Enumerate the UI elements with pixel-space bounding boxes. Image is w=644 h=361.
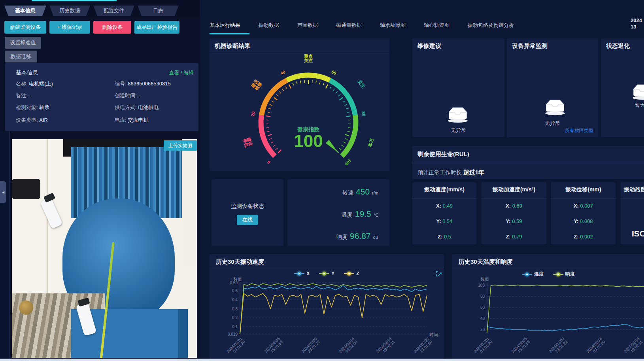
photo-wall-right (182, 139, 197, 266)
vib-row: X: 0.49 (412, 203, 476, 209)
all-fault-types-link[interactable]: 所有故障类型 (565, 127, 593, 134)
axis-label: Z: (438, 234, 442, 240)
device-status-label: 监测设备状态 (212, 203, 283, 210)
progress-bar (32, 0, 117, 1)
tab-config-file[interactable]: 配置文件 (93, 6, 134, 16)
delete-device-button[interactable]: 删除设备 (93, 21, 131, 34)
info-label: 检测对象: (16, 104, 38, 110)
svg-text:0.5: 0.5 (232, 289, 238, 293)
metric-loudness: 响度 96.87 dB (336, 231, 378, 241)
basic-info-card: 基本信息 查看 / 编辑 名称: 电机端(上) 编号: 863650066530… (5, 63, 198, 131)
info-value: AIR (39, 117, 48, 123)
axis-value: 0.59 (512, 218, 522, 224)
axis-value: 0.002 (580, 234, 593, 240)
tab-flux-data[interactable]: 磁通量数据 (336, 22, 362, 29)
device-status-card: 监测设备状态 在线 (212, 179, 283, 246)
vibration-history-chart-card: 历史30天振动速度 X Y Z 数值 时间 0.590.50.40.30.20.… (210, 254, 444, 359)
vibration-velocity-card: 振动速度(mm/s) X: 0.49 Y: 0.54 Z: 0.5 (412, 182, 476, 244)
new-device-button[interactable]: 新建监测设备 (4, 21, 46, 34)
info-row: 创建时间: - (115, 92, 198, 99)
tab-basic-run-result[interactable]: 基本运行结果 (210, 22, 240, 29)
info-label: 设备类型: (16, 117, 38, 123)
svg-text:建议检修: 建议检修 (250, 78, 263, 91)
photo-cable-gland (12, 179, 40, 199)
collapse-arrow-icon: ◀ (2, 191, 4, 194)
info-label: 创建时间: (115, 93, 137, 98)
upload-photo-button[interactable]: 上传实物图 (164, 140, 197, 151)
axis-value: 0.49 (443, 203, 453, 209)
repair-advice-card: 维修建议 无异常 (412, 38, 504, 137)
device-photo: 上传实物图 (12, 139, 197, 358)
axis-label: Z: (574, 234, 578, 240)
photo-motor-base-edge (178, 309, 188, 358)
tab-axis-orbit[interactable]: 轴心轨迹图 (424, 22, 449, 29)
svg-text:100: 100 (478, 283, 485, 287)
info-value: 电池供电 (138, 104, 159, 110)
column-header: 振动速度(mm/s) (412, 186, 476, 193)
axis-label: Y: (506, 218, 511, 224)
set-standard-value-button[interactable]: 设置标准值 (5, 37, 41, 49)
vibration-acceleration-card: 振动加速度(m/s²) X: 0.69 Y: 0.59 Z: 0.79 (482, 182, 546, 244)
tab-basic-info[interactable]: 基本信息 (4, 6, 46, 16)
metric-label: 响度 (336, 234, 347, 241)
info-row: 电流: 交流电机 (115, 117, 198, 124)
repair-advice-title: 维修建议 (417, 42, 441, 50)
svg-text:100: 100 (344, 158, 352, 166)
basic-info-title: 基本信息 (16, 69, 38, 76)
degradation-card: 状态退化 暂无 (601, 38, 644, 137)
tab-log[interactable]: 日志 (138, 6, 179, 16)
axis-label: Y: (436, 218, 441, 224)
tab-history-data[interactable]: 历史数据 (49, 6, 90, 16)
divider (412, 164, 644, 164)
svg-text:正常: 正常 (367, 138, 375, 148)
axis-label: X: (574, 203, 579, 209)
svg-text:0.4: 0.4 (232, 298, 238, 302)
svg-text:40: 40 (480, 316, 485, 321)
anomaly-monitor-title: 设备异常监测 (512, 42, 548, 50)
diagnosis-title: 机器诊断结果 (215, 42, 250, 50)
vib-row: Y: 0.008 (551, 218, 616, 224)
svg-text:80: 80 (361, 111, 366, 117)
svg-text:0.59: 0.59 (230, 281, 238, 285)
info-row: 名称: 电机端(上) (16, 80, 109, 87)
info-label: 编号: (115, 81, 127, 87)
metric-unit: dB (373, 235, 378, 240)
maintenance-record-button[interactable]: + 维保记录 (49, 21, 90, 34)
degradation-title: 状态退化 (606, 42, 630, 50)
collapse-handle[interactable]: ◀ (0, 181, 6, 203)
anomaly-empty-text: 无异常 (507, 120, 598, 127)
svg-text:建议停机: 建议停机 (242, 136, 253, 148)
tab-envelope-cepstrum[interactable]: 振动包络及倒谱分析 (468, 22, 514, 29)
column-header: 振动位移(mm) (551, 186, 616, 193)
monitoring-dashboard: 基本信息 历史数据 配置文件 日志 新建监测设备 + 维保记录 删除设备 成品出… (0, 0, 644, 361)
vibration-severity-card: 振动烈度 ISO (621, 182, 644, 244)
vib-row: Z: 0.79 (482, 234, 546, 240)
svg-text:60: 60 (480, 305, 485, 310)
tab-vibration-data[interactable]: 振动数据 (259, 22, 279, 29)
vib-row: Y: 0.59 (482, 218, 546, 224)
vib-row: Y: 0.54 (412, 218, 476, 224)
temp-loudness-chart-card: 历史30天温度和响度 温度 响度 数值 10080604020 2024/02/… (452, 254, 644, 359)
data-migration-button[interactable]: 数据迁移 (5, 51, 37, 62)
svg-text:80: 80 (480, 294, 485, 299)
svg-text:0.1: 0.1 (232, 325, 238, 329)
column-header: 振动烈度 (624, 186, 644, 193)
svg-text:60: 60 (330, 69, 337, 76)
column-header: 振动加速度(m/s²) (482, 186, 546, 193)
info-value: 电机端(上) (29, 81, 53, 87)
metric-value: 96.87 (350, 231, 371, 241)
rul-card: 剩余使用生命(RUL) 预计正常工作时长 超过1年 (412, 146, 644, 179)
vib-row: Z: 0.5 (412, 234, 476, 240)
info-row: 检测对象: 轴承 (16, 104, 109, 111)
svg-text:重点关注: 重点关注 (304, 54, 313, 63)
info-value: 轴承 (39, 104, 49, 110)
tab-sound-data[interactable]: 声音数据 (297, 22, 318, 29)
metric-unit: r/m (372, 191, 378, 195)
factory-report-button[interactable]: 成品出厂检验报告 (134, 21, 179, 34)
axis-value: 0.69 (512, 203, 522, 209)
info-label: 供电方式: (115, 104, 137, 110)
svg-text:0.3: 0.3 (232, 307, 238, 311)
tab-bearing-fault[interactable]: 轴承故障图 (380, 22, 406, 29)
view-edit-link[interactable]: 查看 / 编辑 (169, 69, 194, 76)
svg-text:0.2: 0.2 (232, 316, 238, 320)
